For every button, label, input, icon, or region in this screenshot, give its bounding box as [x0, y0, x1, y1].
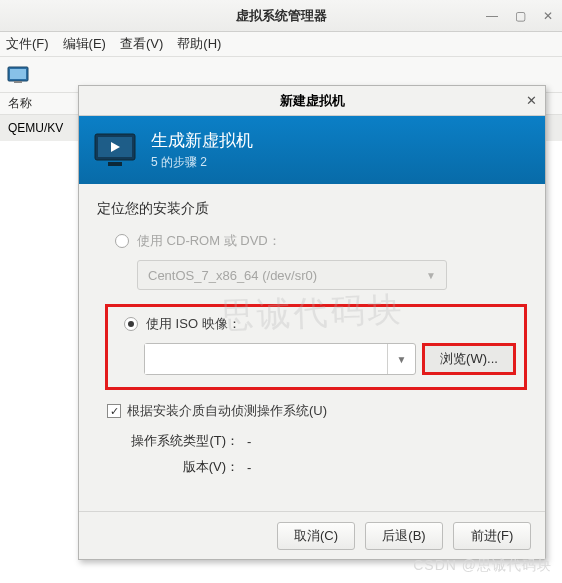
window-title: 虚拟系统管理器 — [236, 7, 327, 25]
forward-button[interactable]: 前进(F) — [453, 522, 531, 550]
radio-cdrom-label: 使用 CD-ROM 或 DVD： — [137, 232, 281, 250]
menu-file[interactable]: 文件(F) — [6, 35, 49, 53]
radio-icon — [124, 317, 138, 331]
browse-button[interactable]: 浏览(W)... — [422, 343, 516, 375]
checkbox-icon: ✓ — [107, 404, 121, 418]
dialog-banner: 生成新虚拟机 5 的步骤 2 — [79, 116, 545, 184]
banner-title: 生成新虚拟机 — [151, 129, 253, 152]
dialog-close-icon[interactable]: ✕ — [526, 93, 537, 108]
ostype-row: 操作系统类型(T)： - — [117, 432, 527, 450]
svg-rect-1 — [10, 69, 26, 79]
version-label: 版本(V)： — [117, 458, 247, 476]
iso-path-combo[interactable]: ▼ — [144, 343, 416, 375]
ostype-value: - — [247, 434, 251, 449]
version-value: - — [247, 460, 251, 475]
radio-icon — [115, 234, 129, 248]
dialog-body: 定位您的安装介质 使用 CD-ROM 或 DVD： CentOS_7_x86_6… — [79, 184, 545, 476]
main-titlebar: 虚拟系统管理器 — ▢ ✕ — [0, 0, 562, 32]
iso-highlight-box: 使用 ISO 映像： ▼ 浏览(W)... — [105, 304, 527, 390]
autodetect-row[interactable]: ✓ 根据安装介质自动侦测操作系统(U) — [107, 402, 527, 420]
chevron-down-icon: ▼ — [426, 270, 436, 281]
monitor-play-icon — [93, 132, 137, 168]
iso-input-row: ▼ 浏览(W)... — [144, 343, 516, 375]
csdn-watermark: CSDN @思诚代码块 — [413, 557, 552, 575]
radio-cdrom-row[interactable]: 使用 CD-ROM 或 DVD： — [115, 232, 527, 250]
svg-rect-6 — [108, 162, 122, 166]
banner-text: 生成新虚拟机 5 的步骤 2 — [151, 129, 253, 171]
back-button[interactable]: 后退(B) — [365, 522, 443, 550]
iso-path-input[interactable] — [145, 344, 387, 374]
menubar: 文件(F) 编辑(E) 查看(V) 帮助(H) — [0, 32, 562, 57]
menu-view[interactable]: 查看(V) — [120, 35, 163, 53]
radio-iso-label: 使用 ISO 映像： — [146, 315, 241, 333]
radio-iso-row[interactable]: 使用 ISO 映像： — [124, 315, 516, 333]
column-name: 名称 — [8, 95, 32, 112]
banner-subtitle: 5 的步骤 2 — [151, 154, 253, 171]
close-icon[interactable]: ✕ — [540, 8, 556, 24]
svg-rect-2 — [14, 81, 22, 83]
menu-help[interactable]: 帮助(H) — [177, 35, 221, 53]
menu-edit[interactable]: 编辑(E) — [63, 35, 106, 53]
cancel-button[interactable]: 取消(C) — [277, 522, 355, 550]
version-row: 版本(V)： - — [117, 458, 527, 476]
new-vm-dialog: 新建虚拟机 ✕ 生成新虚拟机 5 的步骤 2 定位您的安装介质 使用 CD-RO… — [78, 85, 546, 560]
locate-media-label: 定位您的安装介质 — [97, 200, 527, 218]
ostype-label: 操作系统类型(T)： — [117, 432, 247, 450]
cdrom-combo: CentOS_7_x86_64 (/dev/sr0) ▼ — [137, 260, 447, 290]
autodetect-label: 根据安装介质自动侦测操作系统(U) — [127, 402, 327, 420]
chevron-down-icon[interactable]: ▼ — [387, 344, 415, 374]
cdrom-value: CentOS_7_x86_64 (/dev/sr0) — [148, 268, 317, 283]
dialog-titlebar: 新建虚拟机 ✕ — [79, 86, 545, 116]
dialog-title: 新建虚拟机 — [280, 92, 345, 110]
minimize-icon[interactable]: — — [484, 8, 500, 24]
window-controls: — ▢ ✕ — [484, 8, 556, 24]
new-vm-icon[interactable] — [6, 63, 30, 87]
maximize-icon[interactable]: ▢ — [512, 8, 528, 24]
dialog-footer: 取消(C) 后退(B) 前进(F) — [79, 511, 545, 559]
main-area: 名称 QEMU/KV 新建虚拟机 ✕ 生成新虚拟机 5 的步骤 2 定位您的安装… — [0, 93, 562, 583]
